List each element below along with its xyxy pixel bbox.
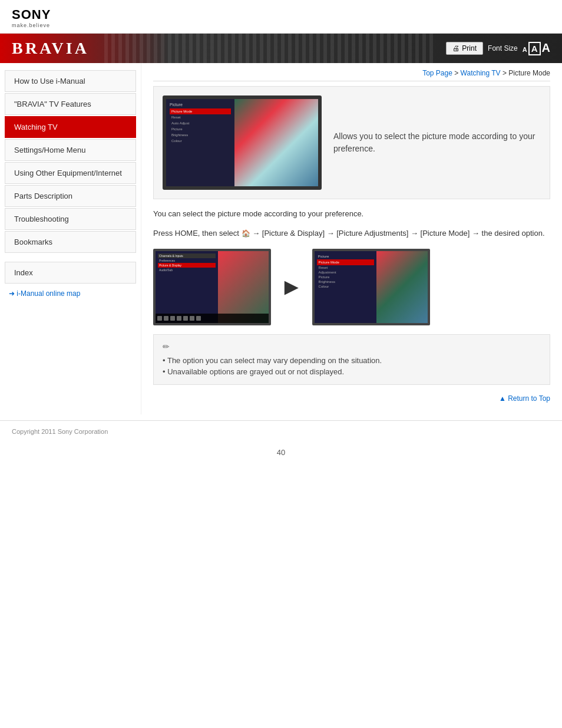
- step1-menu-item-1: Channels & Inputs: [158, 253, 216, 258]
- notes-box: ✏ The option you can select may vary dep…: [153, 334, 550, 385]
- return-to-top: Return to Top: [153, 394, 550, 403]
- page-number: 40: [0, 448, 562, 463]
- imanual-online-map-link[interactable]: i-Manual online map: [0, 285, 141, 302]
- sidebar-item-watching-tv[interactable]: Watching TV: [5, 116, 136, 138]
- description-text-1: You can select the picture mode accordin…: [153, 209, 363, 218]
- intro-description: Allows you to select the picture mode ac…: [333, 130, 541, 155]
- sidebar-item-settings-home[interactable]: Settings/Home Menu: [5, 139, 136, 161]
- step2-menu-item-picture: Picture: [317, 275, 375, 279]
- step1-bg: [218, 251, 269, 323]
- tv-menu-item-picture: Picture: [170, 126, 231, 132]
- tv-menu-title: Picture: [170, 103, 231, 107]
- step2-screenshot: Picture Picture Mode Reset Adjustment Pi…: [312, 249, 430, 325]
- print-label: Print: [462, 44, 477, 52]
- sidebar-item-parts-description[interactable]: Parts Description: [5, 185, 136, 207]
- sidebar-item-how-to-use[interactable]: How to Use i-Manual: [5, 70, 136, 92]
- notes-list: The option you can select may vary depen…: [163, 355, 541, 377]
- font-size-large-button[interactable]: A: [542, 41, 550, 55]
- font-size-buttons: A A A: [523, 41, 550, 55]
- breadcrumb-separator-2: >: [503, 69, 508, 77]
- intro-box: Picture Picture Mode Reset Auto Adjust P…: [153, 86, 550, 199]
- description-1: You can select the picture mode accordin…: [153, 208, 550, 220]
- main-content: Top Page > Watching TV > Picture Mode Pi…: [141, 63, 562, 414]
- tv-stand: [224, 186, 260, 190]
- taskbar-icon-4: [177, 316, 181, 321]
- sony-logo: SONY make.believe: [12, 7, 550, 28]
- tv-menu-item-brightness: Brightness: [170, 132, 231, 138]
- taskbar-icon-7: [196, 316, 201, 321]
- step1-menu-item-4: Audio/Sub: [158, 268, 216, 272]
- notes-pencil-icon: ✏: [163, 342, 541, 351]
- taskbar-icon-6: [190, 316, 194, 321]
- step2-menu: Picture Picture Mode Reset Adjustment Pi…: [315, 251, 377, 323]
- sidebar-item-using-other[interactable]: Using Other Equipment/Internet: [5, 162, 136, 184]
- step1-menu-item-2: Preferences: [158, 258, 216, 263]
- taskbar-icon-2: [164, 316, 168, 321]
- step2-menu-item-brightness: Brightness: [317, 279, 375, 284]
- step2-menu-item-mode: Picture Mode: [317, 259, 375, 265]
- description-text-2: Press HOME, then select: [153, 229, 239, 238]
- sidebar: How to Use i-Manual "BRAVIA" TV Features…: [0, 63, 141, 414]
- step1-menu: Channels & Inputs Preferences Picture & …: [156, 251, 218, 323]
- step1-taskbar: [156, 314, 269, 323]
- tv-inner: Picture Picture Mode Reset Auto Adjust P…: [166, 99, 318, 186]
- breadcrumb: Top Page > Watching TV > Picture Mode: [153, 69, 550, 81]
- tv-menu-item-autoadjust: Auto Adjust: [170, 120, 231, 126]
- home-icon: 🏠: [242, 229, 250, 238]
- description-2: Press HOME, then select 🏠 → [Picture & D…: [153, 228, 550, 240]
- breadcrumb-top-page[interactable]: Top Page: [422, 69, 452, 77]
- sidebar-item-index[interactable]: Index: [5, 262, 136, 284]
- arrow-right-icon: ►: [280, 274, 303, 300]
- taskbar-icon-3: [170, 316, 175, 321]
- font-size-label: Font Size: [488, 44, 518, 52]
- copyright-text: Copyright 2011 Sony Corporation: [12, 428, 108, 435]
- step2-inner: Picture Picture Mode Reset Adjustment Pi…: [315, 251, 428, 323]
- tagline: make.believe: [12, 22, 550, 28]
- return-to-top-link[interactable]: Return to Top: [499, 394, 550, 403]
- tv-menu-item-picture-mode: Picture Mode: [170, 108, 231, 114]
- tv-screenshot-main: Picture Picture Mode Reset Auto Adjust P…: [163, 95, 322, 190]
- bravia-bar: BRAVIA 🖨 Print Font Size A A A: [0, 34, 562, 63]
- bravia-bar-right: 🖨 Print Font Size A A A: [446, 41, 550, 55]
- printer-icon: 🖨: [452, 44, 459, 52]
- step2-menu-item-colour: Colour: [317, 284, 375, 289]
- sony-text: SONY: [12, 7, 550, 22]
- bravia-bar-stripes: [101, 34, 435, 63]
- tv-menu-overlay: Picture Picture Mode Reset Auto Adjust P…: [166, 99, 234, 186]
- font-size-medium-button[interactable]: A: [528, 42, 541, 55]
- step2-menu-title: Picture: [317, 253, 375, 259]
- step2-bg: [376, 251, 427, 323]
- breadcrumb-separator-1: >: [454, 69, 460, 77]
- sidebar-item-troubleshooting[interactable]: Troubleshooting: [5, 208, 136, 230]
- bravia-title: BRAVIA: [12, 39, 89, 58]
- sidebar-item-bravia-features[interactable]: "BRAVIA" TV Features: [5, 93, 136, 115]
- taskbar-icon-5: [183, 316, 188, 321]
- tv-menu-item-reset: Reset: [170, 114, 231, 120]
- tv-menu-item-colour: Colour: [170, 138, 231, 144]
- font-size-small-button[interactable]: A: [523, 46, 527, 53]
- step1-screenshot: Channels & Inputs Preferences Picture & …: [153, 249, 271, 325]
- step1-menu-item-3: Picture & Display: [158, 263, 216, 268]
- taskbar-icon-1: [157, 316, 162, 321]
- footer: Copyright 2011 Sony Corporation: [0, 420, 562, 442]
- content-area: How to Use i-Manual "BRAVIA" TV Features…: [0, 63, 562, 414]
- sidebar-item-bookmarks[interactable]: Bookmarks: [5, 231, 136, 253]
- breadcrumb-current: Picture Mode: [508, 69, 550, 77]
- step2-menu-item-reset: Reset: [317, 265, 375, 270]
- print-button[interactable]: 🖨 Print: [446, 42, 483, 55]
- header: SONY make.believe: [0, 0, 562, 34]
- steps-row: Channels & Inputs Preferences Picture & …: [153, 249, 550, 325]
- step1-screen-content: Channels & Inputs Preferences Picture & …: [156, 251, 269, 323]
- tv-bg-flowers: [234, 99, 318, 186]
- description-text-2-rest: → [Picture & Display] → [Picture Adjustm…: [252, 229, 544, 238]
- notes-item-2: Unavailable options are grayed out or no…: [163, 366, 541, 377]
- breadcrumb-watching-tv[interactable]: Watching TV: [461, 69, 501, 77]
- step2-menu-item-adjust: Adjustment: [317, 270, 375, 275]
- notes-item-1: The option you can select may vary depen…: [163, 355, 541, 366]
